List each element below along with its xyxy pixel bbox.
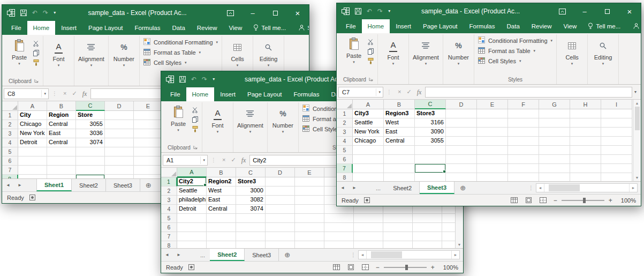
save-button[interactable] xyxy=(355,8,361,14)
vertical-scrollbar[interactable]: ▲ ▼ xyxy=(633,100,641,181)
macro-record-icon[interactable] xyxy=(29,195,35,200)
ribbon-tab-formulas[interactable]: Formulas xyxy=(464,19,501,33)
cell-A2[interactable]: Chicago xyxy=(18,120,47,129)
cell-D2[interactable] xyxy=(105,120,134,129)
cell-D5[interactable] xyxy=(105,147,134,156)
font-group-button[interactable]: A Font ▾ xyxy=(202,102,233,152)
ribbon-tab-review[interactable]: Review xyxy=(191,21,223,35)
zoom-in-button[interactable]: + xyxy=(605,197,616,204)
cancel-button[interactable]: × xyxy=(219,157,228,163)
zoom-slider[interactable] xyxy=(384,267,427,268)
row-header-1[interactable]: 1 xyxy=(2,111,18,120)
cell-E3[interactable] xyxy=(477,128,508,137)
cell-H3[interactable] xyxy=(570,128,601,137)
cell-C2[interactable]: 3166 xyxy=(415,118,446,128)
tab-scrollbar-splitter[interactable]: ⋮ xyxy=(526,182,536,194)
cell-C2[interactable]: 3000 xyxy=(236,187,266,196)
row-header-1[interactable]: 1 xyxy=(337,109,353,118)
name-box-dropdown-icon[interactable]: ▾ xyxy=(200,156,207,164)
cell-H2[interactable] xyxy=(570,118,601,128)
cell-A1[interactable]: City2 xyxy=(177,177,207,187)
column-header-E[interactable]: E xyxy=(295,168,324,177)
cell-styles-button[interactable]: Cell Styles ▾ xyxy=(143,57,186,68)
cell-E2[interactable] xyxy=(477,118,508,128)
column-header-D[interactable]: D xyxy=(446,100,477,109)
minimize-button[interactable]: – xyxy=(573,3,596,19)
cell-E5[interactable] xyxy=(295,214,324,223)
cell-I5[interactable] xyxy=(601,146,632,155)
horizontal-scroll-thumb[interactable] xyxy=(549,184,580,191)
cell-F6[interactable] xyxy=(324,223,354,232)
cell-B4[interactable]: Central xyxy=(384,137,415,146)
sheet-nav-right-button[interactable]: ► xyxy=(173,249,185,261)
cell-J6[interactable] xyxy=(442,223,455,232)
cell-D4[interactable] xyxy=(105,138,134,147)
cell-H5[interactable] xyxy=(570,146,601,155)
row-header-2[interactable]: 2 xyxy=(2,120,18,129)
row-header-4[interactable]: 4 xyxy=(337,137,353,146)
cell-B4[interactable]: Central xyxy=(207,205,236,214)
tell-me-button[interactable]: Tell me... xyxy=(582,19,626,33)
cell-E5[interactable] xyxy=(134,147,163,156)
cell-E2[interactable] xyxy=(134,120,163,129)
cancel-button[interactable]: × xyxy=(60,91,69,96)
cell-F3[interactable] xyxy=(508,128,539,137)
column-header-B[interactable]: B xyxy=(207,168,236,177)
column-header-E[interactable]: E xyxy=(477,100,508,109)
cell-E7[interactable] xyxy=(134,166,163,175)
name-box[interactable]: C7 ▾ xyxy=(338,87,383,98)
alignment-group-button[interactable]: Alignment ▾ xyxy=(409,34,443,84)
cell-C6[interactable] xyxy=(415,155,446,164)
font-group-button[interactable]: A Font ▾ xyxy=(43,36,74,86)
close-button[interactable]: × xyxy=(286,5,309,21)
conditional-formatting-button[interactable]: Conditional Formatting ▾ xyxy=(478,35,552,46)
paste-button[interactable]: Paste ▾ xyxy=(8,37,31,66)
undo-button[interactable]: ↶ xyxy=(367,8,372,14)
maximize-button[interactable] xyxy=(596,3,618,19)
cut-button[interactable] xyxy=(33,41,39,47)
cell-D8[interactable] xyxy=(446,173,477,181)
scroll-down-icon[interactable]: ▼ xyxy=(458,243,461,247)
row-header-7[interactable]: 7 xyxy=(337,164,353,173)
cell-B2[interactable]: West xyxy=(384,118,415,128)
column-header-C[interactable]: C xyxy=(76,101,105,111)
cell-B3[interactable]: East xyxy=(207,196,236,205)
cell-G1[interactable] xyxy=(539,109,570,118)
name-box[interactable]: C8 ▾ xyxy=(4,88,49,99)
scroll-left-icon[interactable]: ◄ xyxy=(359,251,367,259)
name-box-dropdown-icon[interactable]: ▾ xyxy=(376,88,383,96)
cell-H7[interactable] xyxy=(383,232,413,241)
ribbon-tab-view[interactable]: View xyxy=(223,21,248,35)
column-header-F[interactable]: F xyxy=(508,100,539,109)
enter-button[interactable]: ✓ xyxy=(69,91,79,96)
enter-button[interactable]: ✓ xyxy=(404,89,414,95)
cell-H7[interactable] xyxy=(570,164,601,173)
cell-I3[interactable] xyxy=(601,128,632,137)
cell-G3[interactable] xyxy=(539,128,570,137)
cell-G7[interactable] xyxy=(354,232,383,241)
cell-A8[interactable] xyxy=(177,241,207,248)
cell-B8[interactable] xyxy=(207,241,236,248)
zoom-level[interactable]: 100% xyxy=(621,197,636,204)
cell-C8[interactable] xyxy=(236,241,266,248)
cell-E6[interactable] xyxy=(477,155,508,164)
row-header-1[interactable]: 1 xyxy=(161,177,177,187)
number-group-button[interactable]: % Number ▾ xyxy=(443,34,474,84)
format-painter-button[interactable] xyxy=(33,59,39,66)
cell-H1[interactable] xyxy=(570,109,601,118)
cell-C4[interactable]: 3055 xyxy=(415,137,446,146)
copy-button[interactable] xyxy=(368,48,374,55)
scroll-up-icon[interactable]: ▲ xyxy=(635,101,639,105)
page-layout-view-button[interactable] xyxy=(344,264,358,270)
cell-A1[interactable]: City3 xyxy=(353,109,384,118)
row-header-6[interactable]: 6 xyxy=(161,223,177,232)
sheet-tab-sheet3[interactable]: Sheet3 xyxy=(245,249,279,261)
cell-B2[interactable]: Central xyxy=(47,120,76,129)
ribbon-tab-home[interactable]: Home xyxy=(27,21,56,35)
cells-group-button[interactable]: Cells ▾ xyxy=(557,34,588,84)
cell-C8[interactable] xyxy=(76,175,105,178)
cell-B7[interactable] xyxy=(47,166,76,175)
name-box-dropdown-icon[interactable]: ▾ xyxy=(41,90,48,98)
sheet-tab-overflow[interactable]: ... xyxy=(195,249,210,261)
cell-F5[interactable] xyxy=(324,214,354,223)
